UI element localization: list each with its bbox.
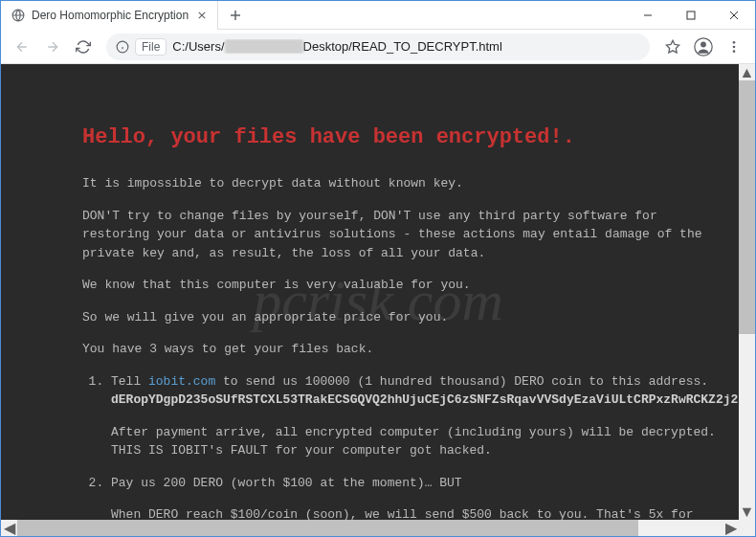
ransom-note: Hello, your files have been encrypted!. … [1, 64, 755, 536]
svg-marker-5 [666, 40, 678, 53]
url-text: C:/Users/xxxxxxxxxxxxDesktop/READ_TO_DEC… [172, 39, 501, 54]
forward-button[interactable] [39, 34, 66, 60]
close-icon[interactable] [194, 8, 210, 23]
window-close-button[interactable] [712, 1, 755, 30]
scrollbar-horizontal[interactable]: ◀ ▶ [1, 520, 739, 536]
address-bar[interactable]: File C:/Users/xxxxxxxxxxxxDesktop/READ_T… [106, 34, 650, 60]
svg-point-7 [700, 41, 706, 47]
new-tab-button[interactable] [222, 2, 249, 29]
info-icon [116, 40, 129, 54]
ransom-text: After payment arrive, all encrypted comp… [111, 423, 717, 460]
ransom-heading: Hello, your files have been encrypted!. [82, 122, 717, 153]
minimize-button[interactable] [626, 1, 669, 30]
url-suffix: Desktop/READ_TO_DECRYPT.html [303, 39, 502, 54]
bookmark-button[interactable] [659, 34, 686, 60]
file-chip: File [135, 38, 167, 56]
tab-title: Dero Homomorphic Encryption [32, 9, 189, 22]
menu-button[interactable] [721, 34, 747, 60]
svg-point-10 [733, 50, 736, 53]
scroll-right-icon[interactable]: ▶ [723, 520, 739, 536]
page-content: Hello, your files have been encrypted!. … [1, 64, 755, 536]
scroll-track[interactable] [739, 80, 755, 503]
profile-button[interactable] [690, 34, 717, 60]
wallet-address: dERopYDgpD235oSUfRSTCXL53TRakECSGQVQ2hhU… [111, 392, 755, 407]
svg-rect-1 [687, 11, 695, 19]
back-button[interactable] [9, 34, 35, 60]
window-controls [626, 1, 755, 30]
svg-point-8 [733, 41, 736, 44]
ransom-text: We know that this computer is very valua… [82, 276, 717, 295]
browser-tab[interactable]: Dero Homomorphic Encryption [1, 1, 218, 30]
globe-icon [11, 8, 26, 23]
url-redacted: xxxxxxxxxxxx [225, 39, 303, 54]
scroll-down-icon[interactable]: ▼ [739, 503, 755, 520]
browser-window: Dero Homomorphic Encryption [0, 0, 756, 537]
ransom-text: DON'T try to change files by yourself, D… [82, 207, 717, 263]
svg-point-9 [733, 45, 736, 48]
url-prefix: C:/Users/ [172, 39, 224, 54]
ransom-list: Tell iobit.com to send us 100000 (1 hund… [82, 372, 717, 537]
ransom-text: So we will give you an appropriate price… [82, 308, 717, 327]
ransom-text: Pay us 200 DERO (worth $100 at the momen… [111, 476, 462, 490]
scroll-up-icon[interactable]: ▲ [739, 64, 755, 80]
ransom-text: You have 3 ways to get your files back. [82, 340, 717, 359]
maximize-button[interactable] [669, 1, 712, 30]
scroll-left-icon[interactable]: ◀ [1, 520, 17, 536]
ransom-text: It is impossible to decrypt data without… [82, 174, 717, 193]
iobit-link[interactable]: iobit.com [148, 374, 215, 389]
scroll-thumb[interactable] [739, 80, 755, 334]
scroll-thumb[interactable] [17, 520, 638, 536]
toolbar: File C:/Users/xxxxxxxxxxxxDesktop/READ_T… [1, 30, 755, 64]
scroll-track[interactable] [17, 520, 723, 536]
scrollbar-vertical[interactable]: ▲ ▼ [739, 64, 755, 520]
reload-button[interactable] [70, 34, 97, 60]
scroll-corner [739, 520, 755, 536]
titlebar: Dero Homomorphic Encryption [1, 1, 755, 30]
ransom-text: Tell [111, 374, 148, 389]
ransom-text: to send us 100000 (1 hundred thousand) D… [215, 374, 708, 389]
list-item: Tell iobit.com to send us 100000 (1 hund… [111, 372, 717, 460]
